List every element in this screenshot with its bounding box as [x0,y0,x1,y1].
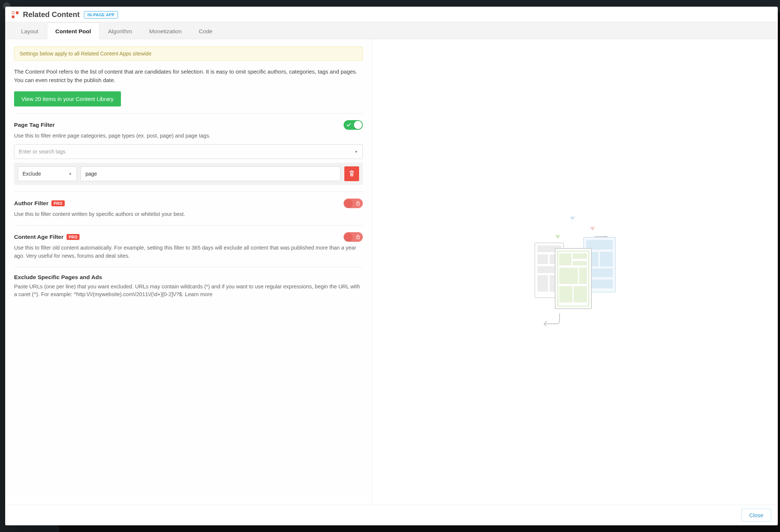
view-library-button[interactable]: View 20 items in your Content Library [14,91,121,106]
settings-scroll[interactable]: Settings below apply to all Related Cont… [5,39,372,505]
tab-layout[interactable]: Layout [13,23,47,39]
pro-badge: PRO [51,200,65,206]
exclude-pages-title: Exclude Specific Pages and Ads [14,274,102,281]
tag-filter-rule: Exclude ▼ page [14,163,363,185]
author-filter-toggle[interactable] [344,199,363,208]
author-filter-desc: Use this to filter content written by sp… [14,210,363,218]
page-tag-filter-toggle[interactable] [344,120,363,130]
lock-icon [356,235,360,239]
section-page-tag-filter: Page Tag Filter Use this to filter entir… [14,113,363,192]
tab-code[interactable]: Code [190,23,221,39]
section-exclude-pages: Exclude Specific Pages and Ads Paste URL… [14,267,363,306]
author-filter-title: Author Filter [14,200,48,207]
settings-modal: Related Content IN-PAGE APP Layout Conte… [5,7,778,525]
section-content-age-filter: Content Age Filter PRO Use this to filte… [14,225,363,267]
tag-search-placeholder: Enter or search tags [19,149,65,155]
modal-title: Related Content [23,10,80,19]
preview-pane [372,39,778,505]
pro-badge: PRO [67,234,80,240]
tab-algorithm[interactable]: Algorithm [99,23,141,39]
related-content-icon [12,11,18,18]
modal-footer: Close [5,505,778,525]
caret-down-icon: ▼ [68,172,72,176]
trash-icon [349,170,354,177]
content-pool-illustration [534,217,616,328]
rule-value-field[interactable]: page [81,166,341,181]
settings-pane: Settings below apply to all Related Cont… [5,39,372,505]
content-age-filter-toggle[interactable] [344,232,363,242]
rule-value-text: page [85,171,97,177]
sitewide-notice: Settings below apply to all Related Cont… [14,47,363,61]
rule-mode-value: Exclude [23,171,41,177]
content-pool-intro: The Content Pool refers to the list of c… [14,67,363,85]
close-button[interactable]: Close [742,509,771,522]
check-icon [347,123,351,127]
lock-icon [356,201,360,206]
section-author-filter: Author Filter PRO Use this to filter con… [14,192,363,225]
page-tag-filter-desc: Use this to filter entire page categorie… [14,132,363,140]
tab-monetization[interactable]: Monetization [141,23,190,39]
exclude-pages-desc: Paste URLs (one per line) that you want … [14,283,363,299]
in-page-app-badge: IN-PAGE APP [84,11,118,18]
page-tag-filter-title: Page Tag Filter [14,122,55,128]
tag-search-select[interactable]: Enter or search tags ▼ [14,144,363,159]
rule-mode-select[interactable]: Exclude ▼ [18,166,77,181]
tab-content-pool[interactable]: Content Pool [47,23,99,39]
modal-header: Related Content IN-PAGE APP [5,7,778,22]
caret-down-icon: ▼ [354,150,358,154]
content-age-filter-desc: Use this to filter old content automatic… [14,244,363,260]
delete-rule-button[interactable] [344,166,359,181]
tabs-bar: Layout Content Pool Algorithm Monetizati… [5,22,778,39]
content-age-filter-title: Content Age Filter [14,234,64,240]
